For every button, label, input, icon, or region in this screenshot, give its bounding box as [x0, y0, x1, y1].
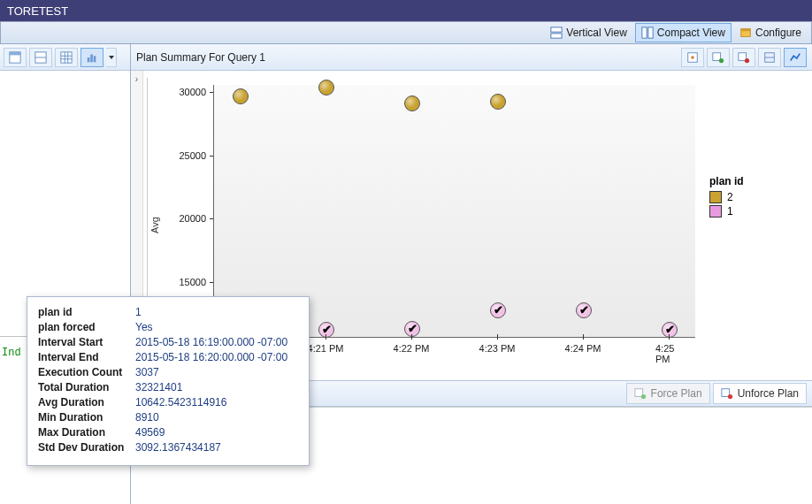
plan-tools	[681, 48, 807, 67]
svg-rect-0	[551, 27, 562, 32]
window-title: TORETEST	[7, 4, 68, 18]
legend-item[interactable]: 2	[709, 191, 798, 203]
chart-point[interactable]: ✔	[490, 302, 506, 318]
force-plan-icon	[634, 387, 647, 400]
legend-swatch	[709, 191, 722, 203]
tooltip-value: 1	[135, 306, 142, 318]
tooltip-value: 8910	[135, 411, 159, 424]
tooltip-label: plan forced	[38, 321, 135, 333]
y-tick-label: 25000	[179, 150, 206, 161]
legend-item[interactable]: 1	[709, 205, 798, 218]
x-tick-label: 4:21 PM	[308, 343, 344, 354]
configure-icon	[739, 27, 752, 39]
vertical-view-button[interactable]: Vertical View	[544, 23, 632, 42]
svg-point-19	[691, 56, 694, 59]
unforce-plan-button[interactable]: Unforce Plan	[713, 383, 807, 404]
tooltip-label: Avg Duration	[38, 396, 135, 409]
top-toolbar: Vertical View Compact View Configure	[0, 21, 812, 44]
vertical-view-label: Vertical View	[566, 27, 626, 39]
y-tick-label: 30000	[179, 87, 206, 97]
check-icon: ✔	[408, 322, 417, 335]
tooltip-row: Interval Start2015-05-18 16:19:00.000 -0…	[38, 336, 298, 348]
tool-btn-1[interactable]	[681, 48, 704, 67]
chart-point[interactable]	[318, 80, 334, 95]
unforce-plan-label: Unforce Plan	[738, 387, 799, 400]
datapoint-tooltip: plan id1plan forcedYesInterval Start2015…	[27, 296, 310, 466]
tool-btn-5[interactable]	[784, 48, 807, 67]
tooltip-value: 10642.5423114916	[135, 396, 226, 409]
compact-view-button[interactable]: Compact View	[635, 23, 732, 42]
left-toolbar	[0, 44, 130, 71]
view-chart-dropdown[interactable]	[106, 48, 117, 67]
check-icon: ✔	[579, 302, 589, 316]
svg-point-29	[728, 394, 732, 399]
view-mode-3-button[interactable]	[55, 48, 78, 67]
tooltip-value: 49569	[135, 426, 165, 439]
legend-label: 1	[727, 205, 733, 218]
chevron-right-icon: ›	[135, 74, 138, 84]
chart-point[interactable]: ✔	[404, 321, 420, 337]
tooltip-label: Total Duration	[38, 381, 135, 393]
view-chart-button[interactable]	[80, 48, 103, 67]
x-tick-label: 4:24 PM	[565, 343, 601, 354]
chart-point[interactable]	[490, 94, 506, 110]
svg-rect-16	[90, 54, 93, 62]
tool-btn-4[interactable]	[758, 48, 781, 67]
chart-point[interactable]	[404, 95, 420, 111]
force-plan-label: Force Plan	[651, 387, 702, 400]
tool-btn-3[interactable]	[732, 48, 755, 67]
y-tick-label: 20000	[179, 213, 206, 224]
tooltip-label: Max Duration	[38, 426, 135, 439]
svg-rect-15	[88, 57, 90, 62]
x-tick-label: 4:25 PM	[655, 343, 682, 364]
chart-point[interactable]: ✔	[576, 302, 592, 318]
svg-rect-2	[642, 27, 647, 38]
chart-point[interactable]	[233, 88, 249, 104]
tooltip-value: 2015-05-18 16:19:00.000 -07:00	[135, 336, 287, 348]
tooltip-value: 2015-05-18 16:20:00.000 -07:00	[135, 351, 287, 363]
svg-rect-3	[648, 27, 653, 38]
view-mode-1-button[interactable]	[4, 48, 27, 67]
tooltip-value: 3037	[135, 366, 159, 378]
svg-rect-7	[10, 51, 20, 55]
tooltip-label: Execution Count	[38, 366, 135, 378]
compact-view-label: Compact View	[657, 27, 725, 39]
x-tick-label: 4:23 PM	[479, 343, 516, 354]
tooltip-label: Interval End	[38, 351, 135, 363]
tooltip-row: Execution Count3037	[38, 366, 298, 378]
tooltip-label: Interval Start	[38, 336, 135, 348]
configure-button[interactable]: Configure	[733, 23, 808, 42]
svg-point-23	[745, 57, 749, 62]
vertical-view-icon	[550, 27, 563, 39]
y-tick-label: 15000	[179, 277, 206, 287]
x-tick-label: 4:22 PM	[394, 343, 430, 354]
tooltip-row: Total Duration32321401	[38, 381, 298, 393]
tooltip-value: Yes	[135, 321, 153, 333]
chart-point[interactable]: ✔	[662, 322, 678, 338]
tooltip-value: 32321401	[135, 381, 182, 393]
check-icon: ✔	[665, 323, 675, 336]
tooltip-row: Max Duration49569	[38, 426, 298, 439]
force-plan-button[interactable]: Force Plan	[626, 383, 710, 404]
tool-btn-2[interactable]	[707, 48, 730, 67]
tooltip-row: Avg Duration10642.5423114916	[38, 396, 298, 409]
check-icon: ✔	[322, 323, 332, 336]
legend-title: plan id	[709, 175, 798, 187]
plan-header: Plan Summary For Query 1	[131, 44, 812, 71]
compact-view-icon	[641, 27, 654, 39]
svg-point-21	[719, 57, 724, 62]
unforce-plan-icon	[721, 387, 733, 400]
plan-summary-title: Plan Summary For Query 1	[136, 51, 265, 64]
left-ind-text: Ind	[2, 347, 21, 359]
legend-swatch	[709, 205, 722, 218]
check-icon: ✔	[494, 302, 503, 316]
tooltip-row: Interval End2015-05-18 16:20:00.000 -07:…	[38, 351, 298, 363]
svg-point-27	[640, 394, 645, 399]
window-titlebar: TORETEST	[0, 0, 812, 21]
tooltip-value: 3092.1367434187	[135, 441, 221, 454]
tooltip-label: plan id	[38, 306, 135, 318]
tooltip-row: plan id1	[38, 306, 298, 318]
chart-point[interactable]: ✔	[318, 322, 334, 338]
view-mode-2-button[interactable]	[29, 48, 52, 67]
svg-rect-5	[741, 29, 751, 32]
